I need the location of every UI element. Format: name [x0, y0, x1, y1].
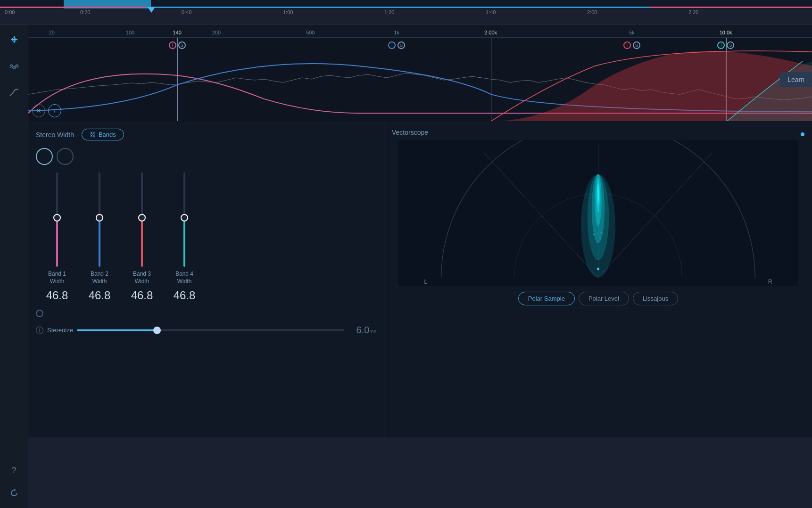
- band1-thumb[interactable]: [53, 214, 61, 221]
- band-sliders: Band 1Width 46.8 Band 2Width 46.8: [36, 172, 376, 302]
- band1-slider-track[interactable]: [56, 172, 58, 267]
- band4-label: Band 4Width: [175, 270, 193, 285]
- timeline: 0:00 0:20 0:40 1:00 1:20 1:40 2:00 2:20: [0, 0, 812, 25]
- sidebar-icon-help[interactable]: ?: [7, 463, 22, 478]
- stereo-panel: Stereo Width ⛓ Bands Band 1Widt: [28, 121, 384, 437]
- polar-level-button[interactable]: Polar Level: [579, 292, 629, 305]
- eq-display: i S i S i S i S: [28, 38, 812, 121]
- freq-label-200: 200: [212, 30, 221, 35]
- freq-label-5k: 5k: [629, 30, 635, 35]
- band1-slider-col: Band 1Width 46.8: [36, 172, 78, 302]
- time-marker: 0:00: [5, 9, 15, 15]
- vectorscope-title: Vectorscope: [392, 129, 428, 136]
- sidebar-icon-eq-curve[interactable]: [7, 85, 22, 100]
- time-marker: 1:40: [486, 9, 496, 15]
- svg-point-22: [600, 238, 601, 239]
- bands-button[interactable]: ⛓ Bands: [82, 129, 124, 140]
- band3-slider-track[interactable]: [141, 172, 143, 267]
- sidebar-icon-cursor[interactable]: [7, 32, 22, 47]
- vector-panel: Vectorscope: [384, 121, 812, 437]
- stereo-circle-left[interactable]: [36, 148, 53, 165]
- band2-slider-col: Band 2Width 46.8: [78, 172, 121, 302]
- freq-label-140: 140: [173, 30, 182, 35]
- sidebar-bottom: ?: [7, 463, 22, 500]
- band2-label: Band 2Width: [91, 270, 108, 285]
- time-marker: 1:00: [283, 9, 293, 15]
- stereoize-info-icon[interactable]: i: [36, 327, 43, 334]
- vectorscope-controls: Polar Sample Polar Level Lissajous: [392, 292, 804, 305]
- band3-value: 46.8: [131, 289, 153, 302]
- svg-point-24: [604, 228, 605, 229]
- polar-sample-button[interactable]: Polar Sample: [518, 292, 575, 305]
- stereoize-value: 6.0ms: [348, 325, 376, 336]
- eq-action-buttons: ✕ +: [32, 104, 61, 117]
- band4-value: 46.8: [174, 289, 196, 302]
- band3-slider-col: Band 3Width 46.8: [121, 172, 163, 302]
- time-marker: 2:20: [688, 9, 698, 15]
- freq-label-1k: 1k: [394, 30, 399, 35]
- svg-text:R: R: [768, 278, 772, 285]
- time-marker: 0:20: [80, 9, 90, 15]
- learn-button[interactable]: Learn: [780, 72, 812, 87]
- time-marker: 2:00: [587, 9, 597, 15]
- freq-label-10k: 10.0k: [720, 30, 732, 35]
- freq-label-500: 500: [306, 30, 315, 35]
- svg-point-19: [593, 234, 595, 235]
- stereo-width-title: Stereo Width: [36, 131, 74, 139]
- freq-label-100: 100: [126, 30, 134, 35]
- solo-toggle[interactable]: [36, 310, 43, 317]
- sidebar: ?: [0, 25, 28, 508]
- svg-point-18: [597, 183, 599, 205]
- band4-slider-track[interactable]: [183, 172, 185, 267]
- content-area: 20 100 140 200 500 1k 2.00k 5k 10.0k i S…: [28, 25, 812, 508]
- stereoize-slider[interactable]: [77, 329, 344, 331]
- bands-link-icon: ⛓: [90, 131, 96, 138]
- bands-button-label: Bands: [99, 131, 116, 138]
- svg-point-20: [601, 232, 602, 233]
- time-marker: 0:40: [182, 9, 191, 15]
- sidebar-icon-reload[interactable]: [7, 485, 22, 500]
- svg-point-25: [597, 268, 599, 270]
- stereo-circle-right[interactable]: [57, 148, 74, 165]
- freq-label-20: 20: [49, 30, 55, 35]
- stereoize-row: i Stereoize 6.0ms: [36, 325, 376, 336]
- band1-label: Band 1Width: [48, 270, 66, 285]
- remove-band-button[interactable]: ✕: [32, 104, 45, 117]
- vectorscope-svg: L R: [392, 140, 804, 286]
- band2-value: 46.8: [89, 289, 111, 302]
- svg-text:L: L: [424, 278, 427, 285]
- freq-ruler: 20 100 140 200 500 1k 2.00k 5k 10.0k: [28, 25, 812, 38]
- band3-label: Band 3Width: [133, 270, 151, 285]
- svg-point-21: [596, 243, 597, 244]
- vectorscope-indicator: [801, 132, 804, 136]
- stereoize-label: Stereoize: [47, 327, 73, 334]
- band3-thumb[interactable]: [138, 214, 146, 221]
- svg-point-23: [591, 225, 592, 226]
- stereo-circles: [36, 148, 376, 165]
- bottom-panels: Stereo Width ⛓ Bands Band 1Widt: [28, 121, 812, 437]
- freq-section: 20 100 140 200 500 1k 2.00k 5k 10.0k i S…: [28, 25, 812, 121]
- eq-curves-svg: [28, 38, 812, 121]
- band2-slider-track[interactable]: [99, 172, 100, 267]
- freq-label-2k: 2.00k: [484, 30, 497, 35]
- timeline-playhead[interactable]: [148, 7, 155, 13]
- band4-slider-col: Band 4Width 46.8: [163, 172, 206, 302]
- lissajous-button[interactable]: Lissajous: [633, 292, 678, 305]
- solo-row: [36, 310, 376, 317]
- vectorscope-container: L R: [392, 140, 804, 286]
- sidebar-icon-waves[interactable]: [7, 58, 22, 74]
- time-marker: 1:20: [384, 9, 394, 15]
- stereo-header: Stereo Width ⛓ Bands: [36, 129, 376, 140]
- timeline-progress-line: [0, 7, 812, 8]
- band1-value: 46.8: [46, 289, 68, 302]
- band2-thumb[interactable]: [96, 214, 103, 221]
- add-band-button[interactable]: +: [48, 104, 61, 117]
- band4-thumb[interactable]: [181, 214, 188, 221]
